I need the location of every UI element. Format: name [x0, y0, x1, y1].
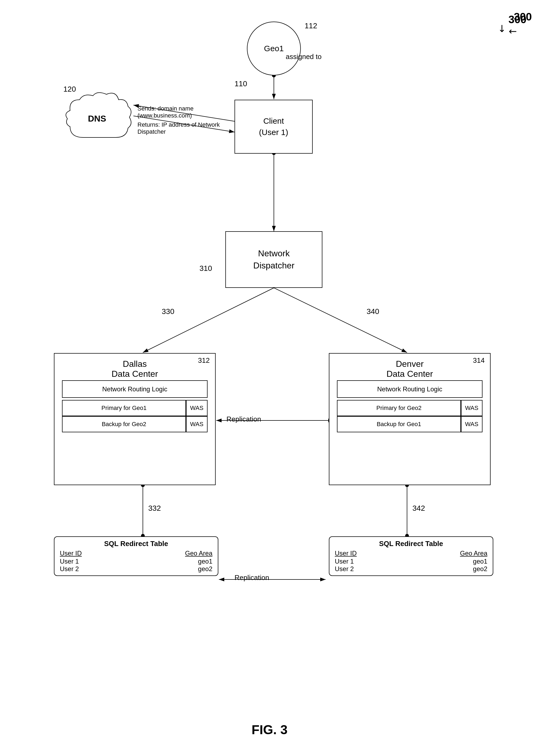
ref-300-label: 300: [514, 11, 532, 23]
dns-ref: 120: [63, 85, 76, 94]
nd-ref: 310: [199, 264, 212, 273]
svg-line-10: [143, 288, 274, 353]
assigned-to-label: assigned to: [286, 53, 322, 61]
dns-label: DNS: [88, 114, 106, 124]
sql-right-geo1: geo1: [473, 558, 487, 565]
sql-right-header: User ID Geo Area: [335, 550, 487, 557]
sql-left-row2: User 2 geo2: [60, 565, 212, 573]
sql-right-user2: User 2: [335, 565, 354, 573]
returns-label: Returns: IP address of Network Dispatche…: [137, 121, 229, 135]
network-dispatcher-box: NetworkDispatcher: [225, 231, 322, 288]
replication-top-label: Replication: [226, 415, 261, 423]
dallas-primary-row: Primary for Geo1 WAS: [62, 400, 208, 416]
ref-342: 342: [412, 504, 425, 513]
network-dispatcher-label: NetworkDispatcher: [253, 247, 295, 272]
sql-left-geo2: geo2: [198, 565, 212, 573]
sql-right-box: SQL Redirect Table User ID Geo Area User…: [329, 536, 493, 576]
geo1-connection-ref: 110: [235, 80, 247, 88]
geo1-circle: Geo1: [247, 22, 301, 75]
sql-right-title: SQL Redirect Table: [335, 540, 487, 548]
dallas-ref: 312: [198, 356, 210, 365]
sql-left-col2: Geo Area: [185, 550, 212, 557]
denver-label: DenverData Center: [387, 359, 433, 379]
sql-left-col1: User ID: [60, 550, 82, 557]
denver-backup-was: WAS: [461, 416, 482, 432]
replication-bottom-label: Replication: [235, 574, 269, 582]
denver-backup-label: Backup for Geo1: [337, 416, 461, 432]
denver-primary-row: Primary for Geo2 WAS: [337, 400, 482, 416]
dallas-backup-row: Backup for Geo2 WAS: [62, 416, 208, 432]
denver-routing-logic-box: Network Routing Logic: [337, 380, 482, 398]
svg-line-11: [274, 288, 407, 353]
denver-primary-was: WAS: [461, 400, 482, 416]
geo1-label: Geo1: [264, 44, 284, 53]
denver-primary-label: Primary for Geo2: [337, 400, 461, 416]
dallas-primary-label: Primary for Geo1: [62, 400, 186, 416]
sql-left-title: SQL Redirect Table: [60, 540, 212, 548]
sql-right-row1: User 1 geo1: [335, 558, 487, 565]
sql-right-row2: User 2 geo2: [335, 565, 487, 573]
sql-left-user2: User 2: [60, 565, 79, 573]
sql-right-user1: User 1: [335, 558, 354, 565]
dallas-routing-logic-box: Network Routing Logic: [62, 380, 208, 398]
denver-ref: 314: [473, 356, 485, 365]
dns-cloud: DNS: [62, 89, 132, 148]
ref-330: 330: [162, 307, 174, 316]
diagram-container: 300 ↙ Geo1 112 110 assigned to Client(Us…: [0, 0, 548, 756]
dallas-backup-was: WAS: [186, 416, 208, 432]
dallas-label: DallasData Center: [112, 359, 158, 379]
sql-left-geo1: geo1: [198, 558, 212, 565]
ref-340: 340: [367, 307, 379, 316]
corner-arrow: ↙: [506, 25, 520, 38]
dallas-primary-was: WAS: [186, 400, 208, 416]
sql-right-geo2: geo2: [473, 565, 487, 573]
geo1-ref: 112: [305, 22, 317, 30]
dallas-datacenter-box: DallasData Center 312 Network Routing Lo…: [54, 353, 216, 485]
sql-left-header: User ID Geo Area: [60, 550, 212, 557]
sql-left-row1: User 1 geo1: [60, 558, 212, 565]
client-label: Client(User 1): [259, 115, 288, 138]
denver-backup-row: Backup for Geo1 WAS: [337, 416, 482, 432]
sends-label: Sends: domain name (www.business.com): [137, 105, 229, 119]
sql-left-user1: User 1: [60, 558, 79, 565]
ref-332: 332: [148, 504, 161, 513]
sql-right-col1: User ID: [335, 550, 357, 557]
dallas-backup-label: Backup for Geo2: [62, 416, 186, 432]
figure-caption: FIG. 3: [189, 722, 350, 737]
sql-right-col2: Geo Area: [460, 550, 487, 557]
client-box: Client(User 1): [235, 100, 313, 154]
sql-left-box: SQL Redirect Table User ID Geo Area User…: [54, 536, 218, 576]
denver-datacenter-box: DenverData Center 314 Network Routing Lo…: [329, 353, 491, 485]
